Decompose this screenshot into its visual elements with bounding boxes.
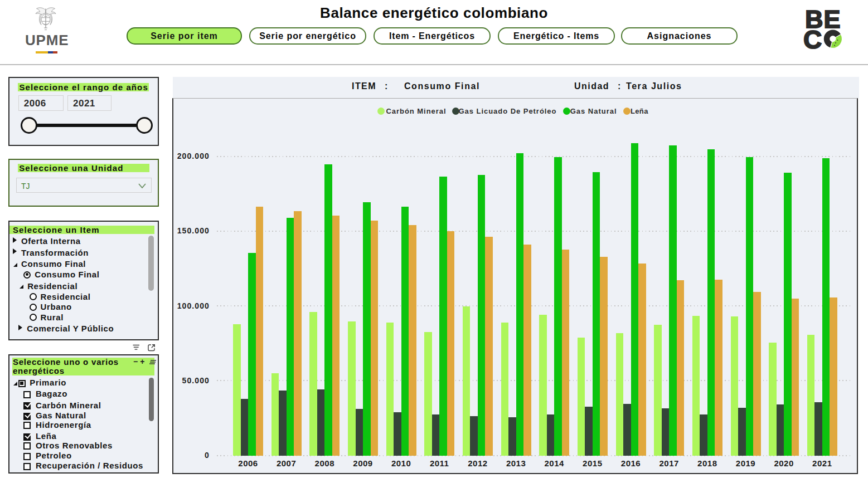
svg-text:C: C — [803, 25, 822, 52]
